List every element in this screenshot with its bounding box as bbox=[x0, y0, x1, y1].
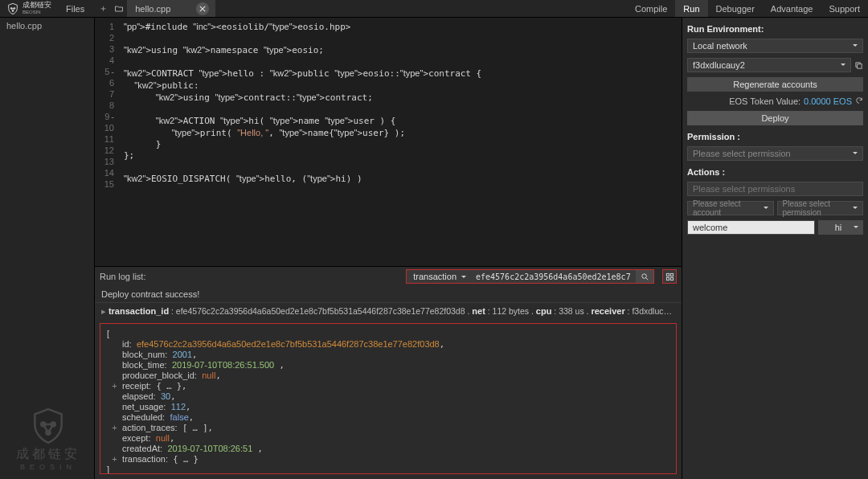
actions-title: Actions : bbox=[687, 167, 863, 177]
hi-button[interactable]: hi bbox=[818, 220, 863, 235]
actions-input[interactable] bbox=[687, 182, 863, 196]
brand-sub: BEOSIN bbox=[23, 9, 51, 16]
action-account-select[interactable]: Please select account bbox=[687, 201, 774, 215]
log-message: Deploy contract success! bbox=[95, 286, 682, 303]
account-select[interactable]: f3dxdlucauy2 bbox=[687, 58, 851, 72]
eos-label: EOS Token Value: bbox=[729, 96, 800, 106]
close-icon[interactable] bbox=[196, 2, 209, 15]
svg-rect-8 bbox=[858, 63, 862, 68]
env-title: Run Environment: bbox=[687, 24, 863, 34]
file-explorer: hello.cpp bbox=[0, 18, 95, 479]
nav-support[interactable]: Support bbox=[821, 0, 868, 17]
log-summary-row[interactable]: ▸ transaction_id : efe4576c2c2a3956d4a6a… bbox=[95, 303, 682, 320]
nav-debugger[interactable]: Debugger bbox=[708, 0, 763, 17]
action-permission-select[interactable]: Please select permission bbox=[777, 201, 864, 215]
svg-rect-6 bbox=[666, 277, 669, 280]
svg-rect-5 bbox=[670, 273, 673, 276]
tab-label: hello.cpp bbox=[135, 4, 170, 14]
regenerate-accounts-button[interactable]: Regenerate accounts bbox=[687, 77, 863, 92]
eos-value: 0.0000 EOS bbox=[804, 96, 852, 106]
new-folder-icon[interactable] bbox=[114, 4, 124, 14]
code-editor[interactable]: 12345-6789-101112131415 "pp">#include "i… bbox=[95, 18, 682, 266]
run-log-panel: Run log list: transaction Deploy contrac… bbox=[95, 266, 682, 479]
permission-title: Permission : bbox=[687, 132, 863, 141]
log-search-type[interactable]: transaction bbox=[407, 270, 471, 283]
run-panel: Run Environment: Local network f3dxdluca… bbox=[682, 18, 868, 479]
new-file-icon[interactable]: ＋ bbox=[99, 2, 108, 14]
brand-name: 成都链安 bbox=[23, 2, 51, 9]
deploy-button[interactable]: Deploy bbox=[687, 111, 863, 125]
svg-rect-7 bbox=[670, 277, 673, 280]
network-select[interactable]: Local network bbox=[687, 39, 863, 53]
welcome-input[interactable] bbox=[687, 220, 815, 235]
log-title: Run log list: bbox=[100, 272, 145, 281]
svg-rect-4 bbox=[666, 273, 669, 276]
brand-logo: 成都链安 BEOSIN bbox=[0, 2, 58, 16]
log-json[interactable]: [ id: efe4576c2c2a3956d4a6a50ed2e1e8c7bf… bbox=[100, 323, 677, 474]
nav-files[interactable]: Files bbox=[58, 4, 92, 14]
explorer-item[interactable]: hello.cpp bbox=[0, 18, 94, 34]
log-search-group: transaction bbox=[406, 269, 654, 284]
copy-icon[interactable] bbox=[854, 61, 863, 70]
permission-select[interactable]: Please select permission bbox=[687, 146, 863, 161]
refresh-icon[interactable] bbox=[855, 96, 863, 106]
nav-compile[interactable]: Compile bbox=[627, 0, 675, 17]
tab-hello[interactable]: hello.cpp bbox=[127, 0, 215, 17]
log-search-input[interactable] bbox=[471, 270, 636, 283]
dashboard-icon[interactable] bbox=[662, 269, 677, 284]
nav-run[interactable]: Run bbox=[675, 0, 707, 17]
svg-point-3 bbox=[641, 273, 646, 278]
search-icon[interactable] bbox=[636, 270, 653, 283]
nav-advantage[interactable]: Advantage bbox=[763, 0, 821, 17]
